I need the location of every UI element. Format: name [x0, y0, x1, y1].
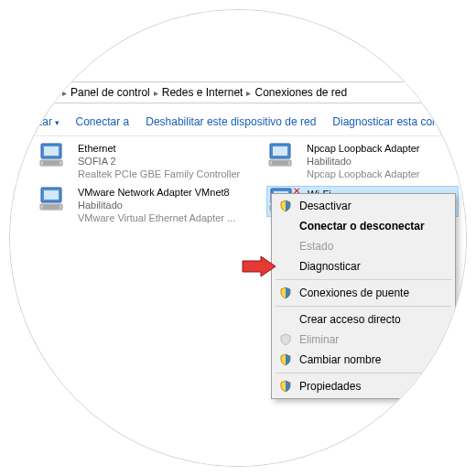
adapter-status: Habilitado — [78, 199, 235, 211]
chevron-right-icon: ▸ — [154, 88, 158, 98]
chevron-right-icon: ▸ — [62, 88, 67, 98]
shield-icon — [279, 353, 292, 366]
adapter-name: VMware Network Adapter VMnet8 — [78, 186, 235, 199]
network-adapter-icon — [38, 186, 70, 215]
menu-estado: Estado — [274, 236, 453, 256]
menu-separator — [276, 279, 451, 280]
menu-label: Crear acceso directo — [299, 313, 401, 326]
toolbar: nizar Conectar a Deshabilitar este dispo… — [28, 111, 467, 136]
instruction-arrow-icon — [241, 255, 277, 277]
menu-separator — [276, 373, 451, 373]
network-adapter-icon — [266, 142, 299, 171]
svg-rect-3 — [44, 146, 59, 156]
adapter-status: SOFIA 2 — [78, 155, 240, 168]
menu-conectar-desconectar[interactable]: Conectar o desconectar — [274, 216, 453, 236]
connect-to-button[interactable]: Conectar a — [76, 115, 130, 128]
adapter-name: Npcap Loopback Adapter — [307, 142, 420, 155]
network-icon — [44, 85, 59, 100]
svg-rect-1 — [52, 92, 58, 97]
chevron-right-icon: ▸ — [246, 88, 251, 98]
svg-rect-16 — [44, 190, 59, 200]
adapter-status: Habilitado — [307, 155, 420, 168]
context-menu: Desactivar Conectar o desconectar Estado… — [271, 193, 456, 399]
adapter-vmnet8[interactable]: VMware Network Adapter VMnet8 Habilitado… — [38, 186, 257, 224]
breadcrumb-item[interactable]: Panel de control — [70, 86, 150, 99]
window-title-fragment: e red — [38, 58, 62, 70]
menu-label: Eliminar — [299, 333, 339, 346]
menu-label: Conexiones de puente — [299, 287, 409, 299]
shield-icon — [279, 200, 292, 212]
menu-label: Desactivar — [299, 200, 352, 212]
shield-icon — [279, 287, 292, 299]
adapter-name: Ethernet — [78, 142, 240, 155]
svg-rect-9 — [269, 160, 291, 166]
svg-rect-0 — [45, 88, 50, 92]
menu-puente[interactable]: Conexiones de puente — [274, 283, 453, 303]
menu-label: Diagnosticar — [299, 260, 361, 273]
menu-desactivar[interactable]: Desactivar — [274, 196, 453, 216]
menu-separator — [276, 306, 451, 307]
shield-icon — [279, 333, 292, 346]
menu-cambiar-nombre[interactable]: Cambiar nombre — [274, 350, 453, 370]
menu-eliminar: Eliminar — [274, 330, 453, 350]
menu-diagnosticar[interactable]: Diagnosticar — [274, 256, 453, 276]
adapter-desc: VMware Virtual Ethernet Adapter ... — [78, 211, 235, 224]
organize-button[interactable]: nizar — [28, 115, 60, 128]
menu-label: Conectar o desconectar — [299, 220, 425, 233]
svg-rect-8 — [273, 146, 287, 156]
svg-rect-4 — [40, 160, 62, 166]
menu-propiedades[interactable]: Propiedades — [274, 376, 453, 396]
menu-label: Estado — [299, 240, 333, 253]
menu-label: Cambiar nombre — [299, 353, 381, 366]
breadcrumb-item[interactable]: Redes e Internet — [162, 86, 243, 99]
menu-acceso-directo[interactable]: Crear acceso directo — [274, 309, 453, 330]
breadcrumb-item[interactable]: Conexiones de red — [254, 86, 347, 99]
shield-icon — [279, 380, 292, 393]
disable-device-button[interactable]: Deshabilitar este dispositivo de red — [146, 115, 316, 128]
adapter-desc: Npcap Loopback Adapter — [307, 168, 420, 180]
adapter-npcap[interactable]: Npcap Loopback Adapter Habilitado Npcap … — [266, 142, 467, 180]
diagnose-connection-button[interactable]: Diagnosticar esta conexión — [332, 115, 464, 128]
adapter-ethernet[interactable]: Ethernet SOFIA 2 Realtek PCIe GBE Family… — [38, 142, 257, 180]
network-adapter-icon — [38, 142, 70, 171]
breadcrumb[interactable]: ▸ Panel de control ▸ Redes e Internet ▸ … — [38, 81, 467, 103]
svg-rect-17 — [40, 204, 62, 210]
adapter-desc: Realtek PCIe GBE Family Controller — [78, 168, 240, 180]
menu-label: Propiedades — [299, 380, 361, 393]
